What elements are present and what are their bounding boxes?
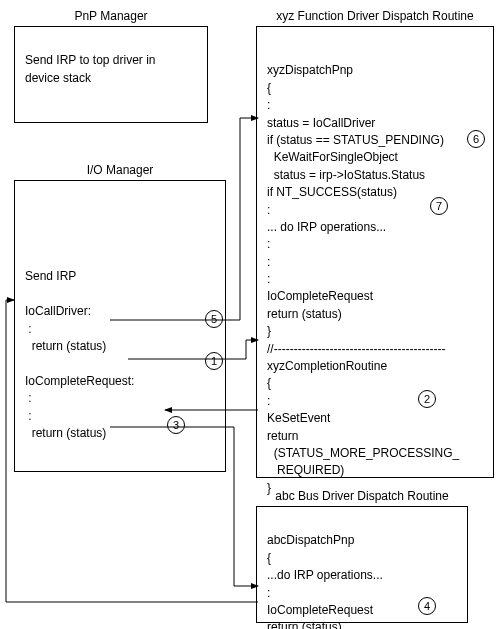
func-content: xyzDispatchPnp { : status = IoCallDriver… bbox=[257, 27, 493, 505]
pnp-content: Send IRP to top driver in device stack bbox=[15, 27, 207, 95]
b-l1: abcDispatchPnp bbox=[267, 533, 354, 547]
step-3: 3 bbox=[167, 416, 185, 434]
io-l2: IoCallDriver: bbox=[25, 304, 91, 318]
step-1: 1 bbox=[205, 352, 223, 370]
func-driver-box: xyz Function Driver Dispatch Routine xyz… bbox=[256, 26, 494, 478]
f-l19: { bbox=[267, 376, 271, 390]
f-l5: if (status == STATUS_PENDING) bbox=[267, 133, 444, 147]
bus-title: abc Bus Driver Dispatch Routine bbox=[257, 489, 467, 503]
b-l4: : bbox=[267, 586, 270, 600]
io-l8: return (status) bbox=[25, 426, 106, 440]
f-l10: ... do IRP operations... bbox=[267, 220, 386, 234]
step-2: 2 bbox=[418, 390, 436, 408]
f-l3: : bbox=[267, 98, 270, 112]
func-title: xyz Function Driver Dispatch Routine bbox=[257, 9, 493, 23]
io-l6: : bbox=[25, 391, 32, 405]
f-l18: xyzCompletionRoutine bbox=[267, 359, 387, 373]
f-l4: status = IoCallDriver bbox=[267, 116, 375, 130]
io-l3: : bbox=[25, 322, 32, 336]
step-7: 7 bbox=[430, 197, 448, 215]
f-l15: return (status) bbox=[267, 307, 342, 321]
b-l2: { bbox=[267, 551, 271, 565]
f-l20: : bbox=[267, 394, 270, 408]
f-l2: { bbox=[267, 81, 271, 95]
f-l13: : bbox=[267, 272, 270, 286]
f-l16: } bbox=[267, 324, 271, 338]
f-l7: status = irp->IoStatus.Status bbox=[267, 168, 425, 182]
f-l9: : bbox=[267, 203, 270, 217]
f-l12: : bbox=[267, 255, 270, 269]
f-l21: KeSetEvent bbox=[267, 411, 330, 425]
io-l4: return (status) bbox=[25, 339, 106, 353]
f-l11: : bbox=[267, 237, 270, 251]
io-title: I/O Manager bbox=[15, 163, 225, 177]
b-l3: ...do IRP operations... bbox=[267, 568, 383, 582]
f-l22: return bbox=[267, 429, 298, 443]
bus-content: abcDispatchPnp { ...do IRP operations...… bbox=[257, 507, 467, 629]
f-l14: IoCompleteRequest bbox=[267, 289, 373, 303]
f-l1: xyzDispatchPnp bbox=[267, 63, 353, 77]
f-l8: if NT_SUCCESS(status) bbox=[267, 185, 397, 199]
b-l5: IoCompleteRequest bbox=[267, 603, 373, 617]
io-content: Send IRP IoCallDriver: : return (status)… bbox=[15, 181, 225, 450]
f-l24: REQUIRED) bbox=[267, 463, 344, 477]
f-l17: //--------------------------------------… bbox=[267, 342, 446, 356]
step-5: 5 bbox=[205, 310, 223, 328]
f-l6: KeWaitForSingleObject bbox=[267, 150, 398, 164]
pnp-manager-box: PnP Manager Send IRP to top driver in de… bbox=[14, 26, 208, 123]
io-l1: Send IRP bbox=[25, 269, 76, 283]
f-l23: (STATUS_MORE_PROCESSING_ bbox=[267, 446, 459, 460]
io-manager-box: I/O Manager Send IRP IoCallDriver: : ret… bbox=[14, 180, 226, 472]
step-6: 6 bbox=[467, 130, 485, 148]
io-l7: : bbox=[25, 409, 32, 423]
bus-driver-box: abc Bus Driver Dispatch Routine abcDispa… bbox=[256, 506, 468, 623]
io-l5: IoCompleteRequest: bbox=[25, 374, 134, 388]
step-4: 4 bbox=[418, 597, 436, 615]
b-l6: return (status) bbox=[267, 620, 342, 629]
pnp-title: PnP Manager bbox=[15, 9, 207, 23]
